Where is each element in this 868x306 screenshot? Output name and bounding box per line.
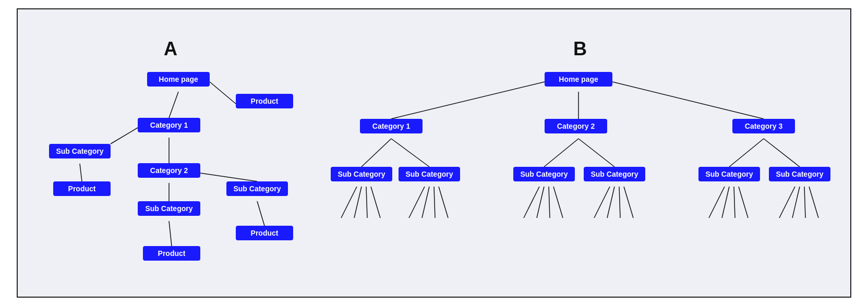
svg-line-34 <box>709 187 725 218</box>
label-a: A <box>164 38 177 60</box>
b-category2: Category 2 <box>545 119 607 133</box>
a-category1: Category 1 <box>138 118 200 132</box>
svg-line-2 <box>111 128 138 144</box>
b-sub2-2: Sub Category <box>584 167 645 181</box>
svg-line-38 <box>779 187 795 218</box>
b-sub1-2: Sub Category <box>399 167 460 181</box>
b-category3: Category 3 <box>732 119 795 133</box>
svg-line-19 <box>354 187 361 218</box>
svg-line-40 <box>804 187 805 218</box>
svg-line-9 <box>391 82 545 119</box>
svg-line-36 <box>734 187 735 218</box>
label-b: B <box>573 38 587 60</box>
svg-line-25 <box>439 187 448 218</box>
svg-line-12 <box>361 139 391 167</box>
svg-line-16 <box>729 139 764 167</box>
svg-line-27 <box>537 187 544 218</box>
a-product-bottom: Product <box>143 246 200 261</box>
svg-line-0 <box>210 82 236 104</box>
svg-line-37 <box>739 187 748 218</box>
b-sub3-1: Sub Category <box>698 167 760 181</box>
svg-line-21 <box>371 187 380 218</box>
svg-line-17 <box>764 139 800 167</box>
svg-line-23 <box>422 187 429 218</box>
diagram-container: A Home page Product Category 1 Sub Categ… <box>17 8 851 298</box>
svg-line-7 <box>257 201 264 226</box>
svg-line-15 <box>578 139 614 167</box>
svg-line-29 <box>553 187 563 218</box>
svg-line-30 <box>594 187 610 218</box>
svg-line-33 <box>624 187 633 218</box>
svg-line-41 <box>809 187 818 218</box>
svg-line-31 <box>607 187 614 218</box>
svg-line-18 <box>341 187 357 218</box>
svg-line-20 <box>366 187 367 218</box>
a-subcategory-mid: Sub Category <box>138 201 200 216</box>
svg-line-3 <box>80 164 82 181</box>
svg-line-14 <box>544 139 578 167</box>
b-sub3-2: Sub Category <box>769 167 830 181</box>
b-category1: Category 1 <box>360 119 423 133</box>
svg-line-39 <box>792 187 800 218</box>
svg-line-13 <box>391 139 429 167</box>
svg-line-35 <box>722 187 729 218</box>
a-product-left: Product <box>53 181 111 196</box>
a-product-right: Product <box>236 226 293 240</box>
b-sub1-1: Sub Category <box>331 167 392 181</box>
b-homepage: Home page <box>545 72 612 87</box>
svg-line-26 <box>524 187 539 218</box>
svg-line-28 <box>549 187 550 218</box>
svg-line-24 <box>434 187 435 218</box>
svg-line-1 <box>169 92 178 118</box>
a-homepage: Home page <box>147 72 210 87</box>
a-category2: Category 2 <box>138 163 200 178</box>
b-sub2-1: Sub Category <box>513 167 575 181</box>
a-subcategory-left: Sub Category <box>49 144 111 158</box>
svg-line-22 <box>409 187 425 218</box>
svg-line-8 <box>169 221 172 246</box>
a-subcategory-right: Sub Category <box>226 181 288 196</box>
svg-line-11 <box>612 82 764 119</box>
svg-line-32 <box>619 187 620 218</box>
a-product-top: Product <box>236 94 293 108</box>
svg-line-5 <box>200 173 257 181</box>
